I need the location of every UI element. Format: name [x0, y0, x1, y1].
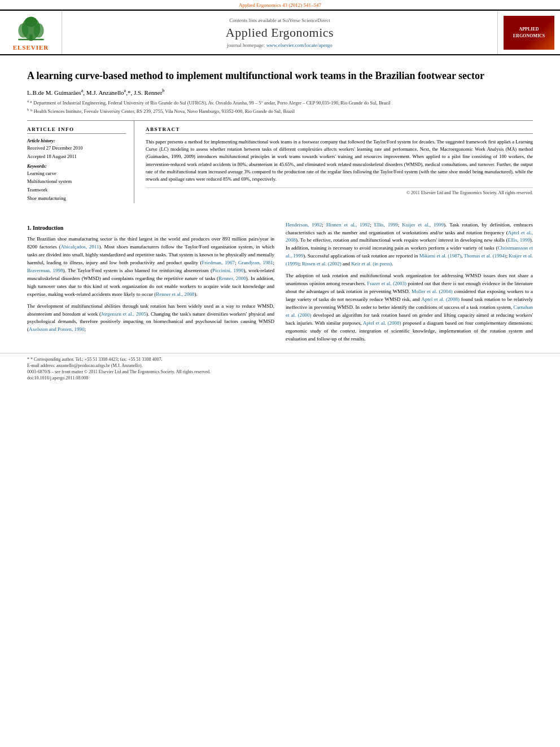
accepted-date: Accepted 18 August 2011: [27, 153, 126, 160]
intro-section-title: 1. Introduction: [27, 224, 274, 233]
section-number: 1.: [27, 225, 32, 231]
ref-ellis2[interactable]: Ellis, 1999: [508, 237, 530, 243]
ref-abicalcados[interactable]: Abicalçados, 2011: [60, 244, 99, 250]
copyright-line: © 2011 Elsevier Ltd and The Ergonomics S…: [146, 187, 533, 195]
ref-aptel2008[interactable]: Aptel et al., 2008: [286, 230, 533, 243]
ref-hinnen[interactable]: Hinnen et al., 1992: [326, 222, 370, 228]
right-paragraph-1: Henderson, 1992; Hinnen et al., 1992; El…: [286, 221, 533, 269]
svg-rect-5: [18, 39, 43, 41]
footer-issn: 0003-6870/$ – see front matter © 2011 El…: [27, 369, 533, 374]
journal-title-area: Contents lists available at SciVerse Sci…: [62, 11, 498, 54]
received-date: Received 27 December 2010: [27, 145, 126, 152]
svg-point-4: [25, 17, 37, 27]
ref-friedman[interactable]: Friedman, 1967: [202, 260, 235, 265]
badge-image: APPLIED ERGONOMICS: [504, 16, 554, 50]
ref-henderson[interactable]: Henderson, 1992: [286, 222, 322, 228]
ref-renner2000[interactable]: Renner, 2000: [218, 276, 246, 281]
affiliation-b: b ᵇ Health Sciences Institute, Feevale U…: [27, 107, 533, 115]
ref-moller[interactable]: Moller et al. (2004): [412, 289, 453, 294]
affiliations: a ᵃ Department of Industrial Engineering…: [27, 98, 533, 115]
keyword-3: Teamwork: [27, 186, 126, 194]
author-renner: J.S. Rennerb: [134, 89, 164, 96]
history-label: Article history:: [27, 138, 126, 143]
ref-aptel2[interactable]: Aptel et al. (2008): [421, 296, 460, 302]
keyword-4: Shoe manufacturing: [27, 195, 126, 202]
article-info-label: ARTICLE INFO: [27, 126, 126, 134]
abstract-column: ABSTRACT This paper presents a method fo…: [146, 121, 533, 203]
journal-badge: APPLIED ERGONOMICS: [504, 16, 554, 50]
elsevier-wordmark: ELSEVIER: [13, 44, 49, 51]
body-columns: 1. Introduction The Brazilian shoe manuf…: [0, 221, 560, 347]
footer-email: E-mail address: anzanello@producao.ufrgs…: [27, 363, 533, 368]
keywords-label: Keywords:: [27, 164, 126, 169]
affil-sup-a2: a: [124, 88, 126, 93]
article-meta-row: ARTICLE INFO Article history: Received 2…: [27, 120, 533, 203]
article-title: A learning curve-based method to impleme…: [27, 69, 533, 82]
author-anzanello: M.J. Anzanelloa,*: [86, 89, 131, 96]
ref-thomas[interactable]: Thomas et al. (1994): [464, 253, 506, 259]
authors-line: L.B.de M. Guimarãesa, M.J. Anzanelloa,*,…: [27, 88, 533, 96]
affiliation-a: a ᵃ Department of Industrial Engineering…: [27, 98, 533, 107]
body-right-column: Henderson, 1992; Hinnen et al., 1992; El…: [286, 221, 533, 347]
elsevier-logo-area: ELSEVIER: [0, 11, 62, 54]
keyword-2: Multifunctional system: [27, 178, 126, 185]
ref-mikami[interactable]: Mikami et al. (1987): [419, 253, 461, 259]
affil-sup-b: b: [162, 88, 164, 93]
footer-corresponding: * * Corresponding author. Tel.; +55 51 3…: [27, 357, 533, 362]
ref-ellis1999[interactable]: Ellis, 1999: [374, 222, 398, 228]
ref-renner2008[interactable]: Renner et al., 2008: [156, 291, 194, 297]
footer-doi: doi:10.1016/j.apergo.2011.08.008: [27, 375, 533, 381]
journal-homepage-url[interactable]: www.elsevier.com/locate/apergo: [266, 42, 333, 48]
sciverse-line: Contents lists available at SciVerse Sci…: [229, 18, 330, 23]
affil-sup-a: a: [81, 88, 84, 93]
elsevier-tree-icon: [11, 14, 51, 42]
keyword-1: Learning curve: [27, 170, 126, 177]
ref-grandjean[interactable]: Grandjean, 1981: [238, 260, 273, 265]
abstract-text: This paper presents a method for impleme…: [146, 138, 533, 183]
author-guimaraes: L.B.de M. Guimarãesa: [27, 89, 83, 96]
ref-rissen[interactable]: Rissen et al. (2002): [302, 261, 342, 267]
ref-kuijer1999[interactable]: Kuijer et al., 1999: [402, 222, 444, 228]
ref-carnahan[interactable]: Carnahan et al. (2000): [286, 304, 533, 318]
article-info-column: ARTICLE INFO Article history: Received 2…: [27, 121, 134, 203]
ref-axelsson[interactable]: Axelsson and Ponten, 1990: [29, 326, 85, 332]
journal-reference-text: Applied Ergonomics 43 (2012) 541–547: [239, 2, 321, 8]
abstract-label: ABSTRACT: [146, 126, 533, 134]
body-left-column: 1. Introduction The Brazilian shoe manuf…: [27, 221, 274, 347]
ref-braverman[interactable]: Braverman, 1998: [27, 268, 63, 273]
right-paragraph-2: The adoption of task rotation and multif…: [286, 272, 533, 343]
star-symbol: *: [27, 357, 29, 362]
article-footer: * * Corresponding author. Tel.; +55 51 3…: [0, 353, 560, 385]
ref-keir[interactable]: Keir et al. (in press): [351, 261, 392, 267]
journal-header: ELSEVIER Contents lists available at Sci…: [0, 10, 560, 55]
journal-title: Applied Ergonomics: [226, 25, 334, 40]
journal-reference-bar: Applied Ergonomics 43 (2012) 541–547: [0, 0, 560, 10]
ref-aptel3[interactable]: Aptel et al. (2008): [363, 320, 401, 326]
article-content: A learning curve-based method to impleme…: [0, 55, 560, 221]
ref-piccinini[interactable]: Piccinini, 1990: [212, 268, 244, 273]
journal-homepage: journal homepage: www.elsevier.com/locat…: [227, 42, 333, 48]
ref-jorgensen[interactable]: Jorgensen et al., 2005: [101, 311, 146, 317]
section-title-text: Introduction: [33, 225, 63, 231]
journal-badge-area: APPLIED ERGONOMICS: [498, 11, 560, 54]
ref-frazer[interactable]: Frazer et al. (2003): [367, 281, 406, 286]
intro-paragraph-1: The Brazilian shoe manufacturing sector …: [27, 235, 274, 299]
elsevier-logo: ELSEVIER: [11, 14, 51, 51]
intro-paragraph-2: The development of multifunctional abili…: [27, 303, 274, 334]
